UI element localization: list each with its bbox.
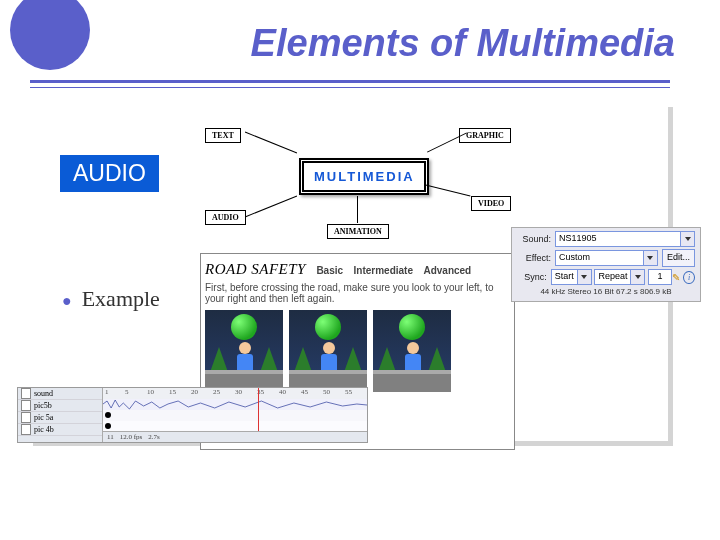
road-safety-level-advanced[interactable]: Advanced	[423, 265, 471, 276]
sync-repeat-select[interactable]: Repeat	[594, 269, 645, 285]
layer-icon	[21, 400, 31, 411]
road-safety-level-basic[interactable]: Basic	[316, 265, 343, 276]
timeline-track[interactable]: 1 5 10 15 20 25 30 35 40 45 50 55 11 12.	[103, 388, 367, 442]
example-bullet: ●Example	[62, 286, 160, 312]
layer-icon	[21, 424, 31, 435]
layer-name: pic 5a	[34, 413, 53, 422]
timeline-panel: sound pic5b pic 5a pic 4b 1 5 10 15 20 2…	[17, 387, 368, 443]
diagram-connector	[426, 184, 471, 196]
sync-mode-value: Start	[551, 269, 578, 285]
layer-name: pic5b	[34, 401, 52, 410]
sync-repeat-value: Repeat	[594, 269, 631, 285]
time-value: 2.7s	[148, 433, 159, 441]
tick: 1	[105, 388, 109, 396]
chevron-down-icon	[578, 269, 592, 285]
diagram-connector	[245, 132, 297, 154]
sync-label: Sync:	[517, 272, 547, 282]
sync-mode-select[interactable]: Start	[551, 269, 592, 285]
keyframe-icon	[105, 423, 111, 429]
diagram-node-graphic: GRAPHIC	[459, 128, 511, 143]
fps-value: 12.0 fps	[120, 433, 143, 441]
edit-button[interactable]: Edit...	[662, 249, 695, 267]
page-title: Elements of Multimedia	[251, 22, 675, 65]
road-safety-text: First, before crossing the road, make su…	[205, 282, 510, 304]
timeline-layer-row[interactable]: pic5b	[18, 400, 102, 412]
sync-count-input[interactable]: 1	[648, 269, 672, 285]
tick: 25	[213, 388, 220, 396]
timeline-track-row	[103, 410, 367, 421]
effect-label: Effect:	[517, 253, 551, 263]
road-safety-thumbs	[205, 310, 510, 392]
tick: 20	[191, 388, 198, 396]
title-rule-thin	[30, 87, 670, 88]
layer-name: pic 4b	[34, 425, 54, 434]
title-accent-circle	[10, 0, 90, 70]
timeline-layer-row[interactable]: sound	[18, 388, 102, 400]
diagram-connector	[245, 196, 297, 218]
waveform	[103, 399, 367, 410]
tick: 45	[301, 388, 308, 396]
bullet-dot-icon: ●	[62, 292, 82, 309]
layer-icon	[21, 412, 31, 423]
tick: 5	[125, 388, 129, 396]
pencil-icon[interactable]: ✎	[672, 272, 680, 283]
diagram-node-animation: ANIMATION	[327, 224, 389, 239]
topic-badge: AUDIO	[60, 155, 159, 192]
timeline-footer: 11 12.0 fps 2.7s	[103, 431, 367, 442]
multimedia-diagram: MULTIMEDIA TEXT AUDIO ANIMATION GRAPHIC …	[195, 128, 539, 242]
example-label: Example	[82, 286, 160, 311]
road-safety-header: ROAD SAFETY Basic Intermediate Advanced	[205, 260, 510, 278]
tick: 55	[345, 388, 352, 396]
sound-label: Sound:	[517, 234, 551, 244]
tick: 50	[323, 388, 330, 396]
layer-icon	[21, 388, 31, 399]
timeline-layers: sound pic5b pic 5a pic 4b	[18, 388, 103, 442]
road-safety-frame-1	[205, 310, 283, 392]
sound-info-footer: 44 kHz Stereo 16 Bit 67.2 s 806.9 kB	[517, 287, 695, 296]
timeline-layer-row[interactable]: pic 5a	[18, 412, 102, 424]
tick: 15	[169, 388, 176, 396]
keyframe-icon	[105, 412, 111, 418]
info-icon[interactable]: i	[683, 271, 695, 284]
timeline-layer-row[interactable]: pic 4b	[18, 424, 102, 436]
chevron-down-icon	[644, 250, 658, 266]
sound-select-value: NS11905	[555, 231, 681, 247]
diagram-node-video: VIDEO	[471, 196, 511, 211]
frame-number: 11	[107, 433, 114, 441]
effect-select-value: Custom	[555, 250, 644, 266]
tick: 30	[235, 388, 242, 396]
chevron-down-icon	[631, 269, 645, 285]
diagram-node-audio: AUDIO	[205, 210, 246, 225]
chevron-down-icon	[681, 231, 695, 247]
sound-properties-panel: Sound: NS11905 Effect: Custom Edit... Sy…	[511, 227, 701, 302]
diagram-node-text: TEXT	[205, 128, 241, 143]
tick: 40	[279, 388, 286, 396]
effect-select[interactable]: Custom	[555, 250, 658, 266]
sound-select[interactable]: NS11905	[555, 231, 695, 247]
road-safety-title: ROAD SAFETY	[205, 261, 306, 277]
tick: 10	[147, 388, 154, 396]
diagram-center: MULTIMEDIA	[299, 158, 429, 195]
road-safety-level-intermediate[interactable]: Intermediate	[354, 265, 413, 276]
title-rule-thick	[30, 80, 670, 83]
diagram-connector	[357, 196, 358, 223]
road-safety-frame-2	[289, 310, 367, 392]
road-safety-frame-3	[373, 310, 451, 392]
layer-name: sound	[34, 389, 53, 398]
